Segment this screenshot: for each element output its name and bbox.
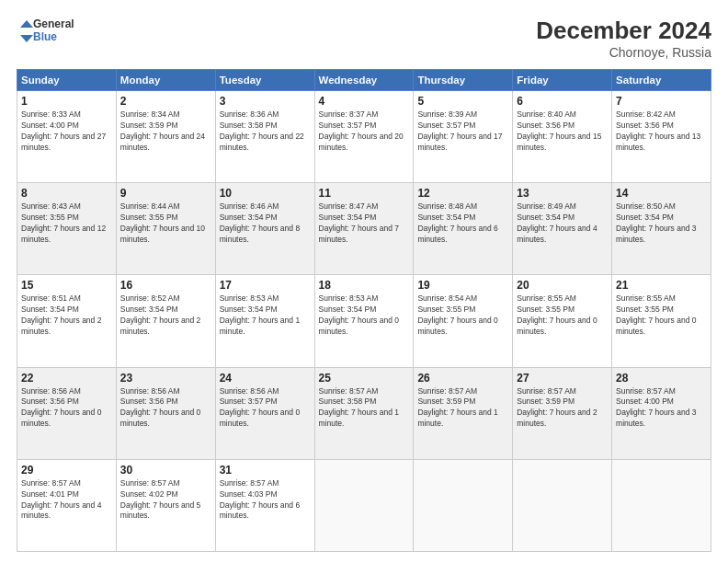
day-info: Sunrise: 8:49 AM Sunset: 3:54 PM Dayligh…: [517, 201, 608, 246]
table-row: 14 Sunrise: 8:50 AM Sunset: 3:54 PM Dayl…: [612, 183, 711, 275]
page: General Blue December 2024 Chornoye, Rus…: [0, 0, 728, 563]
table-row: 21 Sunrise: 8:55 AM Sunset: 3:55 PM Dayl…: [612, 275, 711, 367]
calendar-table: Sunday Monday Tuesday Wednesday Thursday…: [17, 69, 711, 552]
day-info: Sunrise: 8:56 AM Sunset: 3:57 PM Dayligh…: [220, 386, 311, 431]
table-row: 12 Sunrise: 8:48 AM Sunset: 3:54 PM Dayl…: [414, 183, 513, 275]
day-info: Sunrise: 8:57 AM Sunset: 3:59 PM Dayligh…: [417, 386, 508, 431]
day-number: 27: [517, 372, 608, 385]
col-friday: Friday: [513, 70, 612, 91]
day-number: 13: [517, 187, 608, 200]
day-info: Sunrise: 8:33 AM Sunset: 4:00 PM Dayligh…: [21, 109, 112, 154]
logo: General Blue: [17, 17, 74, 46]
day-number: 19: [417, 279, 508, 292]
table-row: 24 Sunrise: 8:56 AM Sunset: 3:57 PM Dayl…: [215, 367, 314, 459]
day-number: 9: [120, 187, 211, 200]
day-info: Sunrise: 8:37 AM Sunset: 3:57 PM Dayligh…: [319, 109, 410, 154]
day-number: 31: [220, 464, 311, 477]
table-row: 30 Sunrise: 8:57 AM Sunset: 4:02 PM Dayl…: [116, 459, 215, 551]
day-info: Sunrise: 8:39 AM Sunset: 3:57 PM Dayligh…: [417, 109, 508, 154]
calendar-row: 29 Sunrise: 8:57 AM Sunset: 4:01 PM Dayl…: [17, 459, 711, 551]
day-number: 30: [120, 464, 211, 477]
table-row: 23 Sunrise: 8:56 AM Sunset: 3:56 PM Dayl…: [116, 367, 215, 459]
day-number: 7: [616, 95, 707, 108]
col-thursday: Thursday: [414, 70, 513, 91]
table-row: [414, 459, 513, 551]
table-row: [513, 459, 612, 551]
day-info: Sunrise: 8:57 AM Sunset: 3:59 PM Dayligh…: [517, 386, 608, 431]
day-number: 18: [319, 279, 410, 292]
page-title: December 2024: [536, 17, 711, 45]
day-number: 8: [21, 187, 112, 200]
table-row: 16 Sunrise: 8:52 AM Sunset: 3:54 PM Dayl…: [116, 275, 215, 367]
calendar-row: 15 Sunrise: 8:51 AM Sunset: 3:54 PM Dayl…: [17, 275, 711, 367]
day-info: Sunrise: 8:55 AM Sunset: 3:55 PM Dayligh…: [517, 293, 608, 338]
day-number: 17: [220, 279, 311, 292]
table-row: 20 Sunrise: 8:55 AM Sunset: 3:55 PM Dayl…: [513, 275, 612, 367]
table-row: 7 Sunrise: 8:42 AM Sunset: 3:56 PM Dayli…: [612, 91, 711, 183]
table-row: 9 Sunrise: 8:44 AM Sunset: 3:55 PM Dayli…: [116, 183, 215, 275]
page-subtitle: Chornoye, Russia: [536, 45, 711, 60]
logo-text: General Blue: [33, 18, 74, 44]
day-info: Sunrise: 8:46 AM Sunset: 3:54 PM Dayligh…: [220, 201, 311, 246]
day-info: Sunrise: 8:43 AM Sunset: 3:55 PM Dayligh…: [21, 201, 112, 246]
header: General Blue December 2024 Chornoye, Rus…: [17, 17, 711, 60]
day-info: Sunrise: 8:57 AM Sunset: 4:01 PM Dayligh…: [21, 478, 112, 523]
svg-marker-1: [20, 35, 33, 42]
day-info: Sunrise: 8:40 AM Sunset: 3:56 PM Dayligh…: [517, 109, 608, 154]
day-number: 21: [616, 279, 707, 292]
calendar-header-row: Sunday Monday Tuesday Wednesday Thursday…: [17, 70, 711, 91]
day-info: Sunrise: 8:44 AM Sunset: 3:55 PM Dayligh…: [120, 201, 211, 246]
svg-marker-0: [20, 20, 33, 28]
day-info: Sunrise: 8:57 AM Sunset: 4:03 PM Dayligh…: [220, 478, 311, 523]
title-block: December 2024 Chornoye, Russia: [536, 17, 711, 60]
day-number: 29: [21, 464, 112, 477]
table-row: 31 Sunrise: 8:57 AM Sunset: 4:03 PM Dayl…: [215, 459, 314, 551]
table-row: 27 Sunrise: 8:57 AM Sunset: 3:59 PM Dayl…: [513, 367, 612, 459]
day-number: 4: [319, 95, 410, 108]
day-number: 6: [517, 95, 608, 108]
table-row: 29 Sunrise: 8:57 AM Sunset: 4:01 PM Dayl…: [17, 459, 117, 551]
day-number: 16: [120, 279, 211, 292]
calendar-row: 1 Sunrise: 8:33 AM Sunset: 4:00 PM Dayli…: [17, 91, 711, 183]
day-info: Sunrise: 8:57 AM Sunset: 4:02 PM Dayligh…: [120, 478, 211, 523]
table-row: 13 Sunrise: 8:49 AM Sunset: 3:54 PM Dayl…: [513, 183, 612, 275]
col-saturday: Saturday: [612, 70, 711, 91]
day-number: 3: [220, 95, 311, 108]
day-number: 26: [417, 372, 508, 385]
col-tuesday: Tuesday: [215, 70, 314, 91]
logo-line1: General: [33, 18, 74, 31]
logo-container: General Blue: [17, 17, 74, 46]
day-number: 2: [120, 95, 211, 108]
col-wednesday: Wednesday: [314, 70, 414, 91]
day-number: 1: [21, 95, 112, 108]
table-row: 5 Sunrise: 8:39 AM Sunset: 3:57 PM Dayli…: [414, 91, 513, 183]
calendar-row: 22 Sunrise: 8:56 AM Sunset: 3:56 PM Dayl…: [17, 367, 711, 459]
table-row: 19 Sunrise: 8:54 AM Sunset: 3:55 PM Dayl…: [414, 275, 513, 367]
day-number: 15: [21, 279, 112, 292]
table-row: 6 Sunrise: 8:40 AM Sunset: 3:56 PM Dayli…: [513, 91, 612, 183]
table-row: 8 Sunrise: 8:43 AM Sunset: 3:55 PM Dayli…: [17, 183, 117, 275]
day-number: 28: [616, 372, 707, 385]
table-row: 28 Sunrise: 8:57 AM Sunset: 4:00 PM Dayl…: [612, 367, 711, 459]
day-info: Sunrise: 8:42 AM Sunset: 3:56 PM Dayligh…: [616, 109, 707, 154]
day-info: Sunrise: 8:47 AM Sunset: 3:54 PM Dayligh…: [319, 201, 410, 246]
table-row: 25 Sunrise: 8:57 AM Sunset: 3:58 PM Dayl…: [314, 367, 414, 459]
day-number: 25: [319, 372, 410, 385]
day-number: 11: [319, 187, 410, 200]
day-info: Sunrise: 8:50 AM Sunset: 3:54 PM Dayligh…: [616, 201, 707, 246]
day-number: 23: [120, 372, 211, 385]
day-info: Sunrise: 8:34 AM Sunset: 3:59 PM Dayligh…: [120, 109, 211, 154]
day-info: Sunrise: 8:36 AM Sunset: 3:58 PM Dayligh…: [220, 109, 311, 154]
logo-line2: Blue: [33, 31, 74, 44]
day-number: 22: [21, 372, 112, 385]
table-row: 3 Sunrise: 8:36 AM Sunset: 3:58 PM Dayli…: [215, 91, 314, 183]
table-row: 18 Sunrise: 8:53 AM Sunset: 3:54 PM Dayl…: [314, 275, 414, 367]
day-info: Sunrise: 8:56 AM Sunset: 3:56 PM Dayligh…: [21, 386, 112, 431]
col-sunday: Sunday: [17, 70, 117, 91]
day-info: Sunrise: 8:53 AM Sunset: 3:54 PM Dayligh…: [220, 293, 311, 338]
table-row: [314, 459, 414, 551]
day-info: Sunrise: 8:55 AM Sunset: 3:55 PM Dayligh…: [616, 293, 707, 338]
day-info: Sunrise: 8:56 AM Sunset: 3:56 PM Dayligh…: [120, 386, 211, 431]
logo-icon-svg: [17, 17, 33, 46]
day-number: 14: [616, 187, 707, 200]
